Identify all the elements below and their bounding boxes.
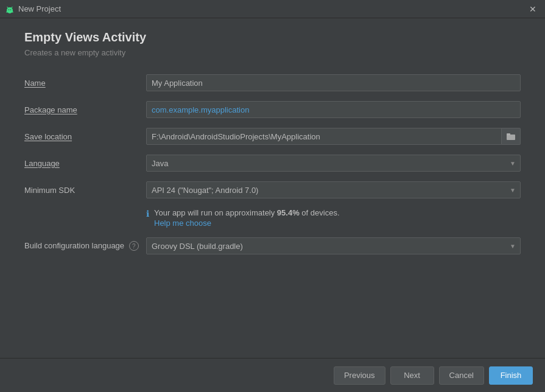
minimum-sdk-label: Minimum SDK <box>24 186 146 195</box>
name-row: Name <box>24 74 521 91</box>
language-label: Language <box>24 159 146 168</box>
language-select-wrapper: Java Kotlin ▼ <box>146 155 521 172</box>
package-name-input[interactable] <box>146 101 521 118</box>
help-me-choose-link[interactable]: Help me choose <box>154 219 340 228</box>
svg-point-5 <box>10 9 12 10</box>
language-select[interactable]: Java Kotlin <box>146 155 521 172</box>
finish-button[interactable]: Finish <box>489 366 533 385</box>
cancel-button[interactable]: Cancel <box>439 366 484 385</box>
help-circle-icon[interactable]: ? <box>129 241 139 251</box>
window-title: New Project <box>18 4 61 13</box>
save-location-row: Save location <box>24 128 521 145</box>
save-location-label-text: Save location <box>24 132 72 141</box>
next-button[interactable]: Next <box>390 366 434 385</box>
dialog-heading: Empty Views Activity <box>24 30 521 44</box>
info-box: ℹ Your app will run on approximately 95.… <box>146 208 521 228</box>
package-name-label: Package name <box>24 105 146 114</box>
svg-rect-9 <box>507 133 510 135</box>
android-icon <box>5 4 15 14</box>
name-label: Name <box>24 79 146 88</box>
save-location-label: Save location <box>24 132 146 141</box>
info-icon: ℹ <box>146 209 149 219</box>
language-label-text: Language <box>24 159 60 168</box>
package-name-row: Package name <box>24 101 521 118</box>
svg-rect-8 <box>507 135 515 140</box>
minimum-sdk-select-wrapper: API 24 ("Nougat"; Android 7.0) API 21 ("… <box>146 181 521 198</box>
save-location-input[interactable] <box>146 128 502 145</box>
save-location-field-group <box>146 128 521 145</box>
minimum-sdk-select[interactable]: API 24 ("Nougat"; Android 7.0) API 21 ("… <box>146 181 521 198</box>
svg-line-6 <box>7 7 9 8</box>
dialog-subtitle: Creates a new empty activity <box>24 48 521 57</box>
build-config-select-wrapper: Groovy DSL (build.gradle) Kotlin DSL (bu… <box>146 237 521 254</box>
minimum-sdk-label-text: Minimum SDK <box>24 186 75 195</box>
svg-point-4 <box>9 9 10 10</box>
info-content: Your app will run on approximately 95.4%… <box>154 208 340 228</box>
language-row: Language Java Kotlin ▼ <box>24 155 521 172</box>
close-button[interactable]: ✕ <box>526 3 540 15</box>
build-config-row: Build configuration language ? Groovy DS… <box>24 237 521 254</box>
name-input[interactable] <box>146 74 521 91</box>
build-config-label-text: Build configuration language <box>24 241 124 250</box>
info-text: Your app will run on approximately 95.4%… <box>154 208 340 217</box>
build-config-select[interactable]: Groovy DSL (build.gradle) Kotlin DSL (bu… <box>146 237 521 254</box>
dialog-footer: Previous Next Cancel Finish <box>0 358 545 392</box>
build-config-label: Build configuration language ? <box>24 241 146 251</box>
browse-button[interactable] <box>502 128 521 145</box>
minimum-sdk-row: Minimum SDK API 24 ("Nougat"; Android 7.… <box>24 181 521 198</box>
svg-line-7 <box>12 7 13 8</box>
package-name-label-text: Package name <box>24 105 77 114</box>
title-bar-left: New Project <box>5 4 61 14</box>
title-bar: New Project ✕ <box>0 0 545 18</box>
name-label-text: Name <box>24 79 46 88</box>
dialog-body: Empty Views Activity Creates a new empty… <box>0 18 545 358</box>
previous-button[interactable]: Previous <box>334 366 385 385</box>
